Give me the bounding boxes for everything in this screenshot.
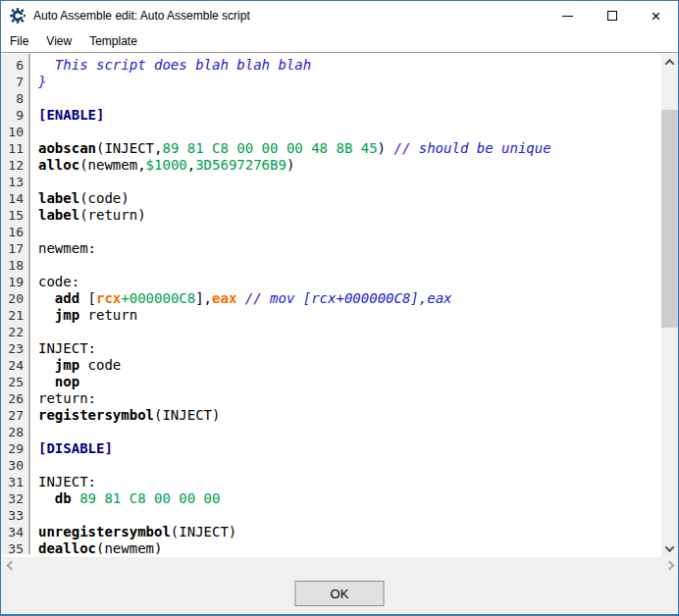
menu-item-template[interactable]: Template <box>80 31 146 51</box>
code-token: +000000C8 <box>121 290 195 306</box>
code-token: (return) <box>79 207 145 223</box>
vertical-scrollbar-thumb[interactable] <box>661 110 678 328</box>
code-line: label(code) <box>38 190 661 207</box>
code-token: INJECT: <box>38 474 96 489</box>
code-token <box>236 290 244 306</box>
chevron-left-icon <box>7 561 17 571</box>
code-token: [ <box>79 290 96 306</box>
code-token: 3D5697276B9 <box>195 157 287 173</box>
code-token: dealloc <box>38 540 96 554</box>
menu-bar: File View Template <box>1 30 678 52</box>
menu-item-file[interactable]: File <box>1 31 37 51</box>
line-number: 34 <box>1 524 28 540</box>
line-number: 15 <box>1 207 28 224</box>
line-number: 29 <box>1 440 28 457</box>
code-token: // mov [rcx+000000C8],eax <box>245 290 452 306</box>
code-token: (INJECT, <box>96 140 162 156</box>
code-token <box>38 374 55 389</box>
line-number: 17 <box>1 240 28 257</box>
code-token: unregistersymbol <box>38 524 171 539</box>
line-number: 31 <box>1 474 28 490</box>
code-token: , <box>187 157 195 173</box>
line-number: 11 <box>1 140 28 157</box>
line-number: 14 <box>1 190 28 207</box>
line-number: 25 <box>1 374 28 390</box>
cheat-engine-app-icon <box>9 7 26 25</box>
line-number: 22 <box>1 324 28 340</box>
code-line: db 89 81 C8 00 00 00 <box>38 490 661 507</box>
code-token: (code) <box>79 190 130 206</box>
code-token: nop <box>55 374 79 389</box>
code-token: // should be unique <box>393 140 550 156</box>
menu-item-view[interactable]: View <box>37 31 80 51</box>
code-line: return: <box>38 390 661 407</box>
code-token: [DISABLE] <box>38 440 113 456</box>
line-number: 24 <box>1 357 28 374</box>
line-number: 35 <box>1 540 28 557</box>
footer-panel: OK <box>1 572 678 614</box>
window-title: Auto Assemble edit: Auto Assemble script <box>33 9 250 23</box>
code-token: aobscan <box>38 140 96 156</box>
code-token <box>38 307 55 323</box>
code-line: INJECT: <box>38 474 661 490</box>
code-token: db <box>55 490 72 506</box>
line-number: 30 <box>1 457 28 474</box>
scroll-down-button[interactable] <box>661 540 678 557</box>
code-token: 89 81 C8 00 00 00 48 8B 45 <box>162 140 377 156</box>
vertical-scrollbar[interactable] <box>661 54 678 557</box>
line-number: 19 <box>1 274 28 290</box>
code-token: jmp <box>55 307 79 323</box>
code-line: dealloc(newmem) <box>38 540 661 554</box>
line-number: 32 <box>1 490 28 507</box>
code-line: jmp return <box>38 307 661 324</box>
code-token <box>38 357 55 373</box>
code-token: add <box>55 290 79 306</box>
line-number: 10 <box>1 124 28 140</box>
chevron-down-icon <box>665 542 675 552</box>
line-number: 27 <box>1 407 28 424</box>
window-controls: × <box>546 1 678 30</box>
code-line: registersymbol(INJECT) <box>38 407 661 424</box>
code-line: INJECT: <box>38 340 661 357</box>
code-token: newmem: <box>38 240 96 256</box>
line-number-gutter: 6789101112131415161718192021222324252627… <box>1 54 30 554</box>
code-token: registersymbol <box>38 407 154 423</box>
code-text-area[interactable]: This script does blah blah blah}[ENABLE]… <box>33 54 661 554</box>
code-token: (INJECT) <box>171 524 236 539</box>
code-token: 89 81 C8 00 00 00 <box>79 490 220 506</box>
code-line: label(return) <box>38 207 661 224</box>
code-token: [ENABLE] <box>38 107 104 123</box>
line-number: 33 <box>1 507 28 524</box>
code-line: code: <box>38 274 661 290</box>
maximize-icon <box>607 11 617 21</box>
code-token: rcx <box>96 290 121 306</box>
code-line: aobscan(INJECT,89 81 C8 00 00 00 48 8B 4… <box>38 140 661 157</box>
code-token: $1000 <box>146 157 187 173</box>
line-number: 16 <box>1 224 28 240</box>
script-editor: 6789101112131415161718192021222324252627… <box>1 52 678 573</box>
title-bar[interactable]: Auto Assemble edit: Auto Assemble script… <box>1 1 678 30</box>
code-token: ) <box>378 140 394 156</box>
code-line <box>38 324 661 340</box>
code-line: } <box>38 74 661 90</box>
code-line: [DISABLE] <box>38 440 661 457</box>
scroll-up-button[interactable] <box>661 54 678 71</box>
auto-assemble-edit-window: Auto Assemble edit: Auto Assemble script… <box>0 0 679 616</box>
close-button[interactable]: × <box>634 1 678 30</box>
code-line <box>38 457 661 474</box>
code-token: ) <box>287 157 294 173</box>
line-number: 21 <box>1 307 28 324</box>
close-icon: × <box>652 8 661 25</box>
code-line: jmp code <box>38 357 661 374</box>
code-line <box>38 507 661 524</box>
code-line <box>38 174 661 190</box>
ok-button[interactable]: OK <box>295 581 385 606</box>
code-line: nop <box>38 374 661 390</box>
code-token: INJECT: <box>38 340 96 356</box>
code-token: This script does blah blah blah <box>38 57 311 73</box>
minimize-button[interactable] <box>546 1 590 30</box>
line-number: 26 <box>1 390 28 407</box>
maximize-button[interactable] <box>590 1 634 30</box>
code-token: code: <box>38 274 79 289</box>
code-token <box>72 490 79 506</box>
